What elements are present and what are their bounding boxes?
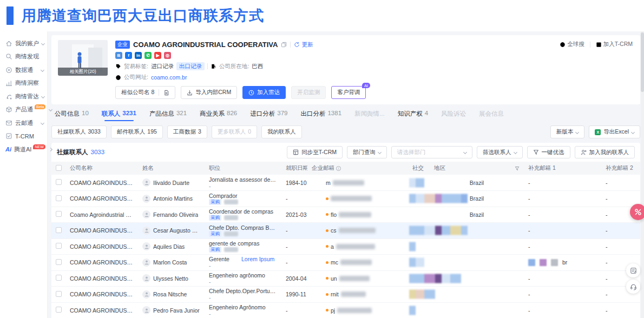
email-status-dot <box>326 213 328 216</box>
column-header-企业邮箱[interactable]: 企业邮箱i <box>307 162 408 175</box>
location-label: 公司所在地: <box>219 63 249 70</box>
trade-tag-export[interactable]: 出口记录 <box>176 62 205 70</box>
sidebar-item-产品通[interactable]: 产品通Beta <box>0 103 47 117</box>
table-row[interactable]: COAMO AGROINDUSTRIAL COOPERAT...Antonio … <box>51 191 640 207</box>
toolbar-筛选联系人-button[interactable]: 筛选联系人 <box>477 146 523 158</box>
trade-tag-import[interactable]: 进口记录 <box>151 63 174 70</box>
table-row[interactable]: COAMO AGROINDUSTRIAL COOPERAT...Marlon C… <box>51 255 640 271</box>
row-checkbox[interactable] <box>56 179 62 185</box>
facebook-icon[interactable]: f <box>125 52 132 59</box>
tab-新闻舆情...[interactable]: 新闻舆情... <box>354 110 385 122</box>
similar-company-button[interactable]: 相似公司名 8 <box>115 86 175 99</box>
sidebar-item-商情发现[interactable]: 商情发现 <box>0 50 47 64</box>
column-header-就职日期[interactable]: 就职日期 <box>281 162 307 175</box>
table-row[interactable]: COAMO AGROINDUSTRIAL COOPERAT...Rosa Nit… <box>51 287 640 303</box>
censored-social-icons <box>409 306 416 315</box>
sidebar-item-数据通[interactable]: 数据通 <box>0 63 47 77</box>
sidebar-item-label: 商情雷达 <box>15 92 39 101</box>
select-all-header <box>51 162 65 175</box>
blog-icon[interactable]: B <box>115 52 122 59</box>
row-checkbox[interactable] <box>56 211 62 217</box>
company-photo[interactable]: 相关图片(20) <box>58 40 108 76</box>
contact-chip-工商数据[interactable]: 工商数据3 <box>167 125 207 138</box>
sidebar-item-腾道AI[interactable]: Ai腾道AINEW <box>0 143 47 156</box>
column-header-职位[interactable]: 职位 <box>205 162 281 175</box>
row-checkbox[interactable] <box>56 259 62 265</box>
youtube-icon[interactable]: ▶ <box>154 52 161 59</box>
contact-chip-社媒联系人[interactable]: 社媒联系人3033 <box>51 125 107 138</box>
instagram-icon[interactable]: ◎ <box>164 52 171 59</box>
toolbar-部门查询-button[interactable]: 部门查询 <box>347 146 387 158</box>
table-row[interactable]: COAMO AGROINDUSTRIAL COOPERAT...Pedro Fa… <box>51 302 640 318</box>
toolbar-同步至T-CRM-button[interactable]: 同步至T-CRM <box>287 146 343 158</box>
sidebar-item-T-CRM[interactable]: T-CRM <box>0 130 47 143</box>
supplement-email-1-cell: br <box>524 255 601 271</box>
region-filter-icon[interactable] <box>515 166 520 171</box>
feedback-button[interactable] <box>626 263 640 277</box>
tab-风险诉讼[interactable]: 风险诉讼 <box>441 110 466 122</box>
column-header-公司名称[interactable]: 公司名称 <box>65 162 138 175</box>
copy-icon[interactable] <box>281 42 287 48</box>
customer-check-button[interactable]: 客户背调 AI <box>331 86 366 99</box>
tab-公司信息[interactable]: 公司信息10 <box>55 110 89 122</box>
export-excel-button[interactable]: X 导出Excel <box>589 125 640 138</box>
toolbar-请选择部门-select[interactable]: 请选择部门 <box>391 146 472 158</box>
row-checkbox[interactable] <box>56 275 62 281</box>
column-header-补充邮箱 1[interactable]: 补充邮箱 1 <box>524 162 601 175</box>
version-select-button[interactable]: 新版本 <box>550 125 585 138</box>
table-row[interactable]: COAMO AGROINDUSTRIAL COOPERAT...Cesar Au… <box>51 223 640 239</box>
column-header-社交[interactable]: 社交 <box>408 162 430 175</box>
photo-count-label: 相关图片(20) <box>58 68 108 76</box>
linkedin-icon[interactable]: in <box>135 52 142 59</box>
info-icon: i <box>336 166 341 171</box>
select-all-checkbox[interactable] <box>56 165 62 171</box>
tab-联系人[interactable]: 联系人3231 <box>102 110 136 122</box>
toolbar-加入我的联系人-button[interactable]: 加入我的联系人 <box>575 146 635 158</box>
tab-进口分析[interactable]: 进口分析379 <box>250 110 287 122</box>
name-cell-td: Pedro Fava Junior <box>138 302 205 318</box>
sidebar-item-商情洞察[interactable]: 商情洞察 <box>0 77 47 90</box>
column-header-姓名[interactable]: 姓名 <box>138 162 205 175</box>
row-checkbox[interactable] <box>56 195 62 201</box>
table-row[interactable]: Coamo Agroindustrial CooperativaFernando… <box>51 207 640 223</box>
row-checkbox[interactable] <box>56 227 62 233</box>
tab-产品信息[interactable]: 产品信息321 <box>149 110 187 122</box>
tab-商业关系[interactable]: 商业关系826 <box>200 110 237 122</box>
table-row[interactable]: COAMO AGROINDUSTRIAL COOPERAT...Aquiles … <box>51 239 640 255</box>
sidebar-item-商情雷达[interactable]: 商情雷达 <box>0 90 47 103</box>
contact-name: Ulysses Netto <box>153 275 188 282</box>
sidebar-item-我的账户[interactable]: 我的账户 <box>0 37 47 50</box>
page-scrollbar[interactable] <box>641 31 644 318</box>
hire-date-cell: - <box>281 302 307 318</box>
tab-展会信息[interactable]: 展会信息 <box>479 110 504 122</box>
toolbar-一键优选-button[interactable]: 一键优选 <box>527 146 570 158</box>
row-checkbox[interactable] <box>56 307 62 313</box>
position-title: Engenheiro agrônomo <box>209 272 277 279</box>
tab-出口分析[interactable]: 出口分析1381 <box>300 110 341 122</box>
scrollbar-thumb[interactable] <box>641 32 644 92</box>
position-link[interactable]: Lorem Ipsum <box>241 256 274 262</box>
website-link[interactable]: coamo.com.br <box>151 74 187 81</box>
promo-float-badge[interactable] <box>630 204 644 220</box>
email-cell-td: flo <box>307 207 408 223</box>
row-checkbox[interactable] <box>56 291 62 297</box>
censored-email <box>333 180 364 186</box>
table-row[interactable]: COAMO AGROINDUSTRIAL COOPERAT...Ilivaldo… <box>51 175 640 191</box>
row-checkbox[interactable] <box>56 243 62 249</box>
sidebar-item-云邮通[interactable]: 云邮通 <box>0 116 47 130</box>
support-button[interactable] <box>626 280 640 294</box>
contact-chip-邮件联系人[interactable]: 邮件联系人195 <box>111 125 163 138</box>
ai-badge: AI <box>362 83 370 88</box>
column-header-补充邮箱 2[interactable]: 补充邮箱 2 <box>601 162 640 175</box>
refresh-button[interactable]: 更新 <box>294 41 313 49</box>
global-search-button[interactable]: 全球搜 <box>560 41 584 48</box>
column-header-地区[interactable]: 地区 <box>430 162 524 175</box>
whatsapp-icon[interactable]: ✆ <box>144 52 152 59</box>
tab-count: 1381 <box>327 110 341 118</box>
import-crm-button[interactable]: 导入内部CRM <box>181 86 237 99</box>
contact-chip-我的联系人[interactable]: 我的联系人 <box>261 125 302 138</box>
table-row[interactable]: COAMO AGROINDUSTRIAL COOPERAT...Ulysses … <box>51 270 640 287</box>
add-radar-button[interactable]: 加入雷达 <box>242 86 286 99</box>
add-tcrm-button[interactable]: 加入T-CRM <box>596 41 633 48</box>
tab-知识产权[interactable]: 知识产权4 <box>398 110 428 122</box>
